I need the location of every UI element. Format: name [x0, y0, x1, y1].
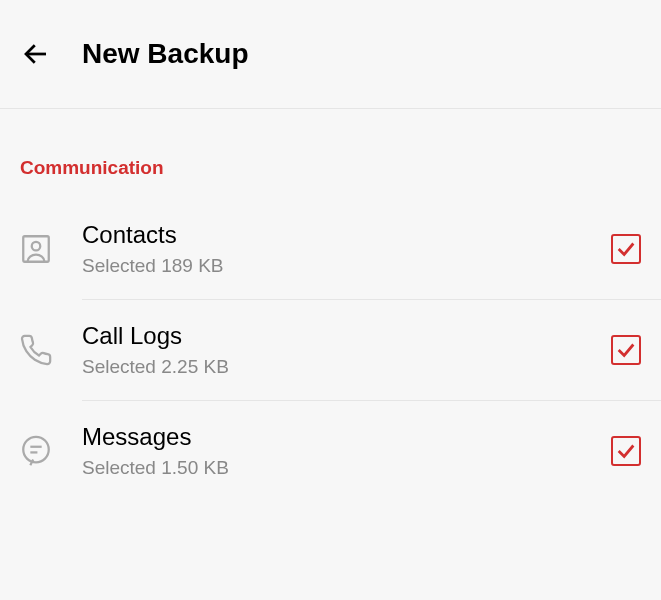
- list-item-call-logs[interactable]: Call Logs Selected 2.25 KB: [0, 300, 661, 400]
- page-title: New Backup: [82, 38, 249, 70]
- svg-point-3: [23, 437, 49, 463]
- item-text: Messages Selected 1.50 KB: [82, 423, 583, 479]
- item-title: Call Logs: [82, 322, 583, 350]
- message-icon: [18, 433, 54, 469]
- phone-icon: [18, 332, 54, 368]
- checkbox-messages[interactable]: [611, 436, 641, 466]
- item-text: Call Logs Selected 2.25 KB: [82, 322, 583, 378]
- checkmark-icon: [615, 238, 637, 260]
- header: New Backup: [0, 0, 661, 108]
- checkbox-contacts[interactable]: [611, 234, 641, 264]
- list-item-messages[interactable]: Messages Selected 1.50 KB: [0, 401, 661, 501]
- item-subtitle: Selected 189 KB: [82, 255, 583, 277]
- item-subtitle: Selected 1.50 KB: [82, 457, 583, 479]
- item-text: Contacts Selected 189 KB: [82, 221, 583, 277]
- item-title: Contacts: [82, 221, 583, 249]
- svg-rect-1: [23, 236, 49, 262]
- back-button[interactable]: [20, 38, 52, 70]
- contacts-icon: [18, 231, 54, 267]
- back-arrow-icon: [21, 39, 51, 69]
- item-title: Messages: [82, 423, 583, 451]
- svg-point-2: [32, 242, 41, 251]
- backup-items-list: Contacts Selected 189 KB Call Logs Selec…: [0, 199, 661, 501]
- list-item-contacts[interactable]: Contacts Selected 189 KB: [0, 199, 661, 299]
- section-label: Communication: [0, 109, 661, 199]
- checkmark-icon: [615, 440, 637, 462]
- checkbox-call-logs[interactable]: [611, 335, 641, 365]
- checkmark-icon: [615, 339, 637, 361]
- item-subtitle: Selected 2.25 KB: [82, 356, 583, 378]
